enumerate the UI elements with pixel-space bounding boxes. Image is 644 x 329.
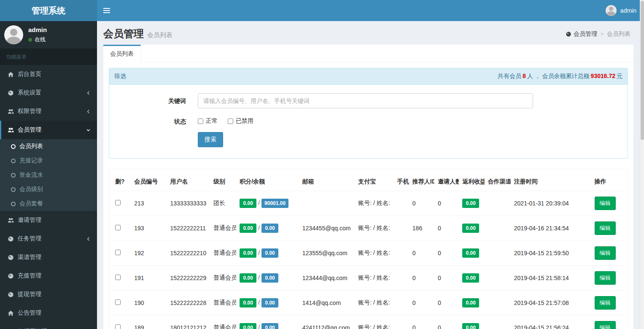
sidebar-item-members[interactable]: 会员管理 xyxy=(0,121,97,139)
username-cell: 13333333333 xyxy=(167,191,210,216)
table-body: 213 13333333333 团长 0.00/90001.00 账号: / 姓… xyxy=(112,191,625,329)
breadcrumb-parent[interactable]: 会员管理 xyxy=(566,30,597,38)
invite-count-cell: 0 xyxy=(434,316,459,329)
channel-cell xyxy=(485,216,511,241)
balance-badge: 0.00 xyxy=(261,323,278,329)
submenu-item-member-list[interactable]: 会员列表 xyxy=(0,139,97,154)
row-checkbox[interactable] xyxy=(115,200,121,205)
referrer-id-cell: 0 xyxy=(409,191,434,216)
submenu-item-fund-flow[interactable]: 资金流水 xyxy=(0,168,97,182)
total-balance: 93016.72 xyxy=(591,73,615,79)
scrollbar-thumb[interactable] xyxy=(641,1,644,140)
tab-box: 会员列表 筛选 共有会员8人 ， 会员余额累计总额93016.72元 关键词 xyxy=(103,45,633,329)
invite-count-cell: 0 xyxy=(434,241,459,266)
invite-count-cell: 0 xyxy=(434,216,459,241)
points-balance-cell: 0.00/0.00 xyxy=(236,216,299,241)
status-checkbox-disabled[interactable] xyxy=(228,119,233,124)
level-cell: 普通会员 xyxy=(210,316,236,329)
submenu-item-recharge-records[interactable]: 充值记录 xyxy=(0,154,97,168)
sidebar-user-name: admin xyxy=(28,26,47,33)
level-cell: 团长 xyxy=(210,191,236,216)
home-icon xyxy=(8,71,14,78)
sidebar-user-panel: admin 在线 xyxy=(0,21,97,49)
edit-button[interactable]: 编辑 xyxy=(595,296,616,310)
sidebar-item-carousel[interactable]: 轮播图管理 xyxy=(0,322,97,329)
alipay-cell: 账号: / 姓名: xyxy=(355,241,393,266)
edit-button[interactable]: 编辑 xyxy=(595,246,616,260)
tab-member-list[interactable]: 会员列表 xyxy=(103,45,141,62)
sidebar-item-permissions[interactable]: 权限管理 xyxy=(0,102,97,121)
table-row: 189 18012121212 普通会员 0.00/0.00 4241112@q… xyxy=(112,316,625,329)
submenu-item-member-level[interactable]: 会员级别 xyxy=(0,182,97,197)
level-cell: 普通会员 xyxy=(210,241,236,266)
gauge-icon xyxy=(8,236,14,242)
edit-button[interactable]: 编辑 xyxy=(595,321,616,329)
balance-badge: 0.00 xyxy=(261,224,278,233)
sidebar-item-withdrawals[interactable]: 提现管理 xyxy=(0,285,97,304)
edit-button[interactable]: 编辑 xyxy=(595,197,616,210)
member-id-cell: 193 xyxy=(131,216,167,241)
rebate-cell: 0.00 xyxy=(459,241,484,266)
edit-button[interactable]: 编辑 xyxy=(595,221,616,235)
chevron-left-icon xyxy=(86,91,91,95)
row-checkbox[interactable] xyxy=(115,299,121,305)
status-checkbox-normal[interactable] xyxy=(198,119,203,124)
circle-icon xyxy=(11,173,16,178)
alipay-cell: 账号: / 姓名: xyxy=(355,266,393,291)
gauge-icon xyxy=(566,31,571,37)
col-invite-count: 邀请人数 xyxy=(434,173,459,191)
sidebar-item-tasks[interactable]: 任务管理 xyxy=(0,229,97,248)
sidebar-item-announcements[interactable]: 公告管理 xyxy=(0,304,97,322)
sidebar-item-dashboard[interactable]: 后台首页 xyxy=(0,65,97,84)
vertical-scrollbar[interactable] xyxy=(640,0,644,329)
col-alipay: 支付宝 xyxy=(355,173,393,191)
user-avatar xyxy=(4,25,23,44)
channel-cell xyxy=(485,191,511,216)
navbar-user-menu[interactable]: admin xyxy=(606,0,644,21)
users-icon xyxy=(8,127,14,133)
sidebar-menu: 后台首页 系统设置 权限管理 会员管理 会员列表 充值记录 资金流水 会员级别 … xyxy=(0,65,97,329)
search-button[interactable]: 搜索 xyxy=(198,132,223,147)
users-icon xyxy=(8,108,14,115)
sidebar-item-system-settings[interactable]: 系统设置 xyxy=(0,84,97,102)
row-checkbox[interactable] xyxy=(115,250,121,255)
reg-time-cell: 2019-04-16 21:34:54 xyxy=(511,216,591,241)
row-checkbox[interactable] xyxy=(115,275,121,280)
col-level: 级别 xyxy=(210,173,236,191)
rebate-cell: 0.00 xyxy=(459,266,484,291)
points-balance-cell: 0.00/0.00 xyxy=(236,316,299,329)
member-id-cell: 192 xyxy=(131,241,167,266)
member-summary: 共有会员8人 ， 会员余额累计总额93016.72元 xyxy=(498,73,622,80)
breadcrumb-separator: > xyxy=(601,31,604,37)
status-option-normal[interactable]: 正常 xyxy=(198,117,218,125)
circle-icon xyxy=(11,187,16,192)
points-badge: 0.00 xyxy=(240,273,256,283)
table-row: 190 15222222228 普通会员 0.00/0.00 1414@qq.c… xyxy=(112,291,625,316)
points-badge: 0.00 xyxy=(240,323,256,329)
row-checkbox[interactable] xyxy=(115,225,121,230)
sidebar: admin 在线 功能菜单 后台首页 系统设置 权限管理 会员管理 会员列表 充… xyxy=(0,21,97,329)
email-cell: 1234455@qq.com xyxy=(299,216,355,241)
sidebar-item-invites[interactable]: 邀请管理 xyxy=(0,211,97,229)
level-cell: 普通会员 xyxy=(210,216,236,241)
sidebar-item-channels[interactable]: 渠道管理 xyxy=(0,248,97,267)
gauge-icon xyxy=(8,291,14,298)
phone-cell xyxy=(394,191,409,216)
sidebar-item-recharge[interactable]: 充值管理 xyxy=(0,267,97,285)
sidebar-toggle-button[interactable] xyxy=(97,0,116,21)
status-option-disabled[interactable]: 已禁用 xyxy=(228,117,253,125)
keyword-input[interactable] xyxy=(198,93,533,108)
row-checkbox[interactable] xyxy=(115,324,121,329)
edit-button[interactable]: 编辑 xyxy=(595,271,616,285)
page-subtitle: 会员列表 xyxy=(147,31,172,38)
submenu-item-member-package[interactable]: 会员套餐 xyxy=(0,197,97,211)
points-balance-cell: 0.00/90001.00 xyxy=(236,191,299,216)
col-member-id: 会员编号 xyxy=(131,173,167,191)
reg-time-cell: 2019-04-15 21:58:14 xyxy=(511,266,591,291)
col-referrer-id: 推荐人ID xyxy=(409,173,434,191)
user-avatar-icon xyxy=(606,5,617,16)
points-badge: 0.00 xyxy=(240,199,256,208)
circle-icon xyxy=(11,159,16,163)
breadcrumb: 会员管理 > 会员列表 xyxy=(566,30,631,38)
status-label: 状态 xyxy=(116,117,198,126)
